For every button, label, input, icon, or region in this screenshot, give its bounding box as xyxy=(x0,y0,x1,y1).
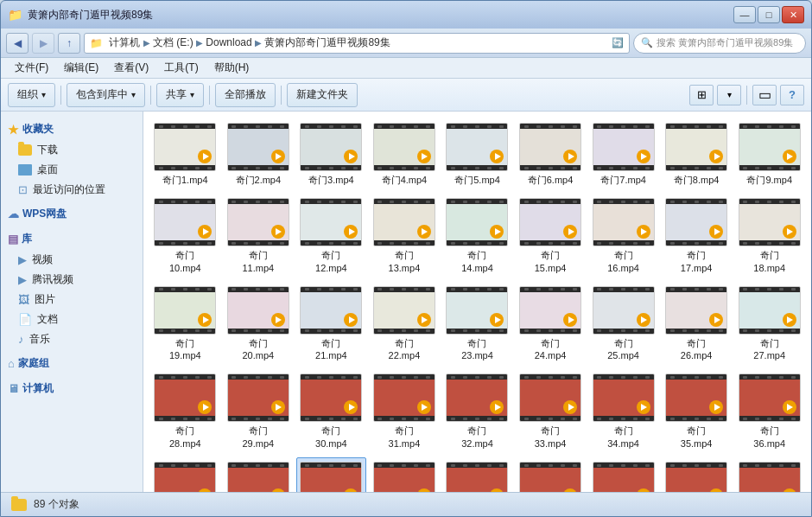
file-item[interactable]: 奇门20.mp4 xyxy=(224,282,294,367)
sidebar-header-homegroup[interactable]: ⌂ 家庭组 xyxy=(1,353,143,374)
file-item[interactable]: 奇门9.mp4 xyxy=(734,118,804,190)
file-thumbnail xyxy=(665,123,727,171)
file-item[interactable]: 奇门44.mp4 xyxy=(662,457,732,492)
maximize-button[interactable]: □ xyxy=(758,6,780,23)
film-hole xyxy=(463,288,467,290)
file-item[interactable]: 奇门5.mp4 xyxy=(442,118,512,190)
file-item[interactable]: 奇门19.mp4 xyxy=(150,282,220,367)
filmstrip-bottom xyxy=(155,240,215,246)
file-item[interactable]: 奇门6.mp4 xyxy=(516,118,586,190)
sidebar-header-library[interactable]: ▤ 库 xyxy=(1,228,143,250)
sidebar-item-video[interactable]: ▶ 视频 xyxy=(1,250,143,270)
sidebar-item-pictures[interactable]: 🖼 图片 xyxy=(1,290,143,310)
file-item[interactable]: 奇门33.mp4 xyxy=(516,369,586,454)
up-button[interactable]: ↑ xyxy=(58,33,80,54)
share-button[interactable]: 共享 ▾ xyxy=(156,83,204,107)
file-thumbnail xyxy=(739,286,801,335)
sidebar-item-recent[interactable]: ⊡ 最近访问的位置 xyxy=(1,180,143,200)
file-item[interactable]: 奇门24.mp4 xyxy=(516,282,586,367)
file-item[interactable]: 奇门43.mp4 xyxy=(588,457,658,492)
menu-tools[interactable]: 工具(T) xyxy=(157,59,205,77)
minimize-button[interactable]: — xyxy=(733,6,756,23)
address-path[interactable]: 📁 计算机 ▶ 文档 (E:) ▶ Download ▶ 黄箫内部奇门遁甲视频8… xyxy=(84,33,630,54)
help-button[interactable]: ? xyxy=(780,85,804,105)
add-to-library-button[interactable]: 包含到库中 ▾ xyxy=(67,83,145,107)
file-item[interactable]: 奇门38.mp4 xyxy=(224,457,294,492)
file-item[interactable]: 奇门39.wmv xyxy=(296,457,366,492)
sidebar-header-wps[interactable]: ☁ WPS网盘 xyxy=(1,203,143,225)
file-item[interactable]: 奇门3.mp4 xyxy=(296,118,366,190)
file-item[interactable]: 奇门34.mp4 xyxy=(588,369,658,454)
file-item[interactable]: 奇门40.mp4 xyxy=(370,457,440,492)
organize-button[interactable]: 组织 ▾ xyxy=(8,83,55,107)
sidebar-item-tencent-video[interactable]: ▶ 腾讯视频 xyxy=(1,270,143,290)
file-item[interactable]: 奇门1.mp4 xyxy=(150,118,220,190)
sidebar-item-desktop[interactable]: 桌面 xyxy=(1,160,143,180)
play-all-button[interactable]: 全部播放 xyxy=(215,83,276,107)
file-item[interactable]: 奇门27.mp4 xyxy=(734,282,804,367)
menu-view[interactable]: 查看(V) xyxy=(107,59,155,77)
file-item[interactable]: 奇门26.mp4 xyxy=(662,282,732,367)
file-item[interactable]: 奇门14.mp4 xyxy=(442,194,512,278)
file-item[interactable]: 奇门11.mp4 xyxy=(224,194,294,278)
file-item[interactable]: 奇门23.mp4 xyxy=(442,282,512,367)
file-item[interactable]: 奇门7.mp4 xyxy=(588,118,658,190)
menu-help[interactable]: 帮助(H) xyxy=(207,59,257,77)
file-item[interactable]: 奇门42.mp4 xyxy=(516,457,586,492)
file-item[interactable]: 奇门32.mp4 xyxy=(442,369,512,454)
file-item[interactable]: 奇门45.mp4 xyxy=(734,457,804,492)
sidebar-item-music[interactable]: ♪ 音乐 xyxy=(1,329,143,349)
film-hole xyxy=(426,242,430,245)
film-hole xyxy=(451,125,455,128)
file-item[interactable]: 奇门31.mp4 xyxy=(370,369,440,454)
menu-file[interactable]: 文件(F) xyxy=(8,59,55,77)
file-item[interactable]: 奇门4.mp4 xyxy=(370,118,440,190)
sidebar-header-computer[interactable]: 🖥 计算机 xyxy=(1,378,143,399)
file-item[interactable]: 奇门25.mp4 xyxy=(588,282,658,367)
menu-edit[interactable]: 编辑(E) xyxy=(57,59,105,77)
filmstrip-bottom xyxy=(593,416,654,421)
addressbar: ◀ ▶ ↑ 📁 计算机 ▶ 文档 (E:) ▶ Download ▶ 黄箫内部奇… xyxy=(1,29,811,58)
file-item[interactable]: 奇门22.mp4 xyxy=(370,282,440,367)
film-hole xyxy=(426,125,430,128)
file-item[interactable]: 奇门10.mp4 xyxy=(150,194,220,278)
film-hole xyxy=(755,329,759,332)
file-item[interactable]: 奇门2.mp4 xyxy=(224,118,294,190)
file-item[interactable]: 奇门35.mp4 xyxy=(662,369,732,454)
path-refresh-icon[interactable]: 🔄 xyxy=(612,37,624,48)
homegroup-label: 家庭组 xyxy=(18,356,49,371)
sidebar-item-download[interactable]: 下载 xyxy=(1,140,143,160)
file-item[interactable]: 奇门37.mp4 xyxy=(150,457,220,492)
film-hole xyxy=(743,125,747,128)
file-item[interactable]: 奇门8.mp4 xyxy=(662,118,732,190)
film-hole xyxy=(195,167,200,169)
back-button[interactable]: ◀ xyxy=(6,33,29,54)
film-hole xyxy=(499,201,504,203)
search-box[interactable]: 🔍 搜索 黄箫内部奇门遁甲视频89集 xyxy=(633,33,806,54)
file-item[interactable]: 奇门12.mp4 xyxy=(296,194,366,278)
file-item[interactable]: 奇门21.mp4 xyxy=(296,282,366,367)
file-thumbnail xyxy=(665,462,727,492)
file-item[interactable]: 奇门16.mp4 xyxy=(588,194,658,278)
file-item[interactable]: 奇门13.mp4 xyxy=(370,194,440,278)
film-hole xyxy=(573,288,577,290)
film-hole xyxy=(353,464,358,467)
forward-button[interactable]: ▶ xyxy=(32,33,54,54)
file-item[interactable]: 奇门36.mp4 xyxy=(734,369,804,454)
new-folder-button[interactable]: 新建文件夹 xyxy=(287,83,358,107)
sidebar-header-favorites[interactable]: ★ 收藏夹 xyxy=(1,118,143,140)
file-item[interactable]: 奇门30.mp4 xyxy=(296,369,366,454)
file-item[interactable]: 奇门17.mp4 xyxy=(662,194,732,278)
film-hole xyxy=(171,167,175,169)
file-item[interactable]: 奇门15.mp4 xyxy=(516,194,586,278)
sidebar-item-documents[interactable]: 📄 文档 xyxy=(1,310,143,329)
view-toggle-button[interactable]: ⊞ xyxy=(689,85,714,105)
detail-pane-button[interactable]: ▭ xyxy=(752,85,777,105)
film-hole xyxy=(695,464,699,467)
file-item[interactable]: 奇门18.mp4 xyxy=(734,194,804,278)
close-button[interactable]: ✕ xyxy=(782,6,804,23)
file-item[interactable]: 奇门41.mp4 xyxy=(442,457,512,492)
file-item[interactable]: 奇门29.mp4 xyxy=(224,369,294,454)
file-item[interactable]: 奇门28.mp4 xyxy=(150,369,220,454)
view-options-button[interactable]: ▾ xyxy=(717,85,741,105)
